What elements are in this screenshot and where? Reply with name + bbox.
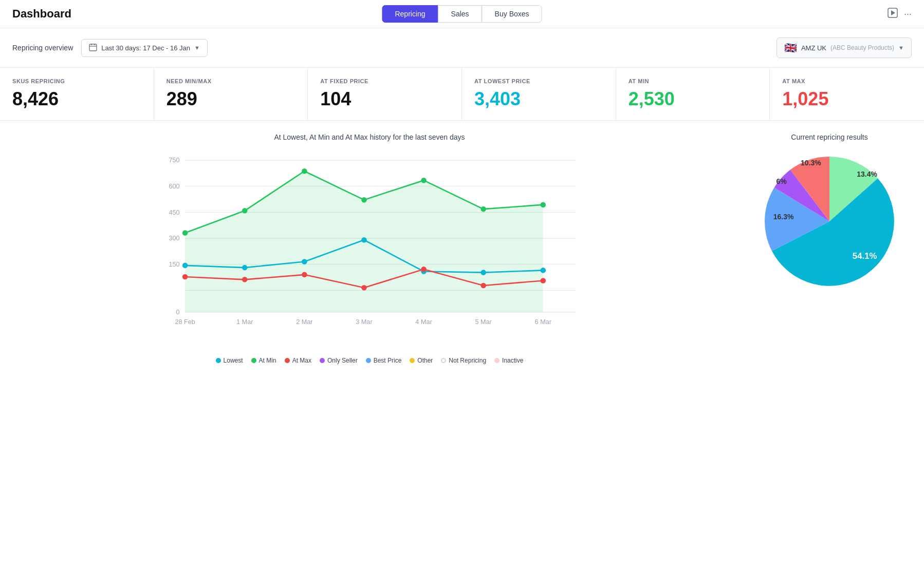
svg-point-29 (242, 265, 248, 271)
legend-best-price: Best Price (366, 357, 402, 364)
svg-point-34 (541, 268, 546, 273)
svg-text:450: 450 (169, 209, 179, 216)
calendar-icon (89, 43, 97, 53)
charts-section: At Lowest, At Min and At Max history for… (0, 121, 924, 376)
svg-text:3 Mar: 3 Mar (356, 318, 372, 326)
stat-label-lowest: AT LOWEST PRICE (474, 78, 603, 84)
svg-point-31 (361, 237, 367, 243)
legend-at-min: At Min (251, 357, 276, 364)
top-bar: Dashboard Repricing Sales Buy Boxes ··· (0, 0, 924, 28)
stat-label-fixed: AT FIXED PRICE (320, 78, 449, 84)
section-label: Repricing overview (12, 44, 73, 52)
stat-at-min: AT MIN 2,530 (616, 68, 770, 120)
stat-label-min: AT MIN (629, 78, 757, 84)
svg-text:54.1%: 54.1% (853, 251, 877, 261)
svg-text:600: 600 (169, 183, 179, 190)
nav-buy-boxes[interactable]: Buy Boxes (482, 5, 542, 23)
nav-sales[interactable]: Sales (438, 5, 482, 23)
nav-repricing[interactable]: Repricing (382, 5, 438, 23)
stat-value-need: 289 (167, 88, 295, 110)
region-picker[interactable]: 🇬🇧 AMZ UK (ABC Beauty Products) ▼ (777, 37, 912, 58)
section-header: Repricing overview Last 30 days: 17 Dec … (0, 28, 924, 68)
chevron-down-icon: ▼ (194, 45, 200, 51)
legend-lowest: Lowest (216, 357, 243, 364)
stat-label-skus: SKUS REPRICING (12, 78, 141, 84)
svg-text:300: 300 (169, 235, 179, 242)
svg-point-28 (182, 263, 188, 269)
pie-chart-container: Current repricing results (747, 133, 912, 364)
stat-skus-repricing: SKUS REPRICING 8,426 (0, 68, 154, 120)
svg-point-22 (242, 208, 248, 214)
svg-point-37 (302, 272, 307, 278)
date-picker[interactable]: Last 30 days: 17 Dec - 16 Jan ▼ (81, 39, 208, 57)
legend-at-max: At Max (285, 357, 311, 364)
page-title: Dashboard (12, 7, 71, 21)
svg-point-21 (182, 230, 188, 236)
stat-value-skus: 8,426 (12, 88, 141, 110)
legend-dot-other (410, 358, 415, 363)
svg-text:5 Mar: 5 Mar (475, 318, 491, 326)
legend-label-not-repricing: Not Repricing (449, 357, 486, 364)
stat-value-lowest: 3,403 (474, 88, 603, 110)
svg-text:16.3%: 16.3% (773, 213, 794, 221)
svg-point-40 (481, 283, 486, 289)
legend-label-other: Other (417, 357, 433, 364)
stat-label-need: NEED MIN/MAX (167, 78, 295, 84)
legend-dot-at-min (251, 358, 256, 363)
line-chart-title: At Lowest, At Min and At Max history for… (12, 133, 727, 141)
legend-label-lowest: Lowest (224, 357, 243, 364)
pie-chart-svg: 13.4% 54.1% 16.3% 6% 10.3% (757, 149, 901, 293)
svg-text:4 Mar: 4 Mar (415, 318, 432, 326)
legend-not-repricing: Not Repricing (441, 357, 486, 364)
stats-grid: SKUS REPRICING 8,426 NEED MIN/MAX 289 AT… (0, 68, 924, 121)
svg-point-25 (421, 178, 427, 183)
svg-marker-1 (891, 10, 895, 15)
play-icon[interactable] (888, 8, 898, 21)
chart-legend: Lowest At Min At Max Only Seller Best Pr… (12, 357, 727, 364)
flag-icon: 🇬🇧 (784, 42, 797, 54)
legend-dot-lowest (216, 358, 221, 363)
svg-rect-2 (89, 44, 97, 51)
stat-need-min-max: NEED MIN/MAX 289 (154, 68, 308, 120)
line-chart-wrap: 750 600 450 300 150 0 (12, 149, 727, 347)
stat-value-max: 1,025 (782, 88, 912, 110)
svg-point-39 (421, 267, 427, 272)
legend-dot-at-max (285, 358, 290, 363)
legend-only-seller: Only Seller (320, 357, 358, 364)
stat-at-max: AT MAX 1,025 (770, 68, 924, 120)
top-nav: Repricing Sales Buy Boxes (382, 5, 542, 23)
svg-text:6%: 6% (776, 177, 787, 185)
stat-value-min: 2,530 (629, 88, 757, 110)
legend-label-best-price: Best Price (374, 357, 402, 364)
legend-inactive: Inactive (494, 357, 523, 364)
svg-point-38 (361, 285, 367, 291)
line-chart-container: At Lowest, At Min and At Max history for… (12, 133, 727, 364)
svg-text:2 Mar: 2 Mar (296, 318, 312, 326)
legend-dot-best-price (366, 358, 371, 363)
legend-dot-not-repricing (441, 358, 446, 363)
svg-point-36 (242, 277, 248, 282)
svg-point-23 (302, 168, 307, 174)
more-options-icon[interactable]: ··· (904, 9, 912, 20)
legend-label-inactive: Inactive (502, 357, 523, 364)
legend-dot-inactive (494, 358, 500, 363)
svg-point-35 (182, 274, 188, 280)
legend-dot-only-seller (320, 358, 325, 363)
svg-point-26 (481, 206, 486, 212)
legend-label-at-max: At Max (292, 357, 311, 364)
legend-other: Other (410, 357, 433, 364)
account-name: (ABC Beauty Products) (830, 44, 894, 51)
svg-point-41 (541, 278, 546, 283)
stat-label-max: AT MAX (782, 78, 912, 84)
region-chevron-icon: ▼ (898, 45, 904, 51)
svg-point-33 (481, 270, 486, 275)
pie-chart-title: Current repricing results (747, 133, 912, 141)
region-name: AMZ UK (801, 44, 826, 52)
legend-label-only-seller: Only Seller (327, 357, 358, 364)
svg-point-24 (361, 197, 367, 203)
svg-text:6 Mar: 6 Mar (535, 318, 551, 326)
svg-text:0: 0 (176, 309, 180, 316)
svg-text:1 Mar: 1 Mar (236, 318, 253, 326)
stat-lowest-price: AT LOWEST PRICE 3,403 (462, 68, 616, 120)
svg-text:750: 750 (169, 157, 179, 164)
